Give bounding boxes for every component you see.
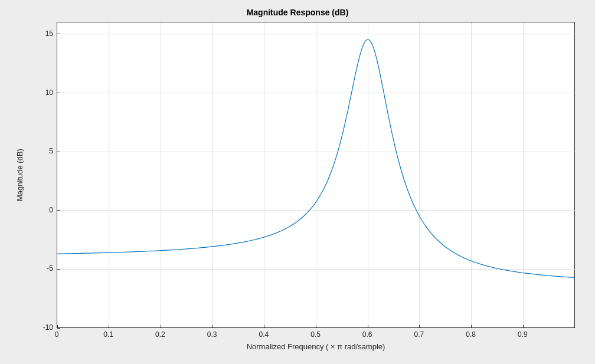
y-tick-label: -5 bbox=[38, 264, 53, 273]
x-tick-label: 0.3 bbox=[207, 330, 217, 339]
plot-svg bbox=[57, 22, 576, 329]
x-tick-label: 0 bbox=[55, 330, 59, 339]
x-tick-label: 0.4 bbox=[259, 330, 269, 339]
y-axis-label: Magnitude (dB) bbox=[15, 22, 24, 328]
y-tick-label: -10 bbox=[38, 323, 53, 332]
x-tick-label: 0.2 bbox=[155, 330, 165, 339]
x-tick-label: 0.9 bbox=[518, 330, 528, 339]
x-axis-label: Normalized Frequency ( × π rad/sample) bbox=[57, 342, 575, 351]
chart-title: Magnitude Response (dB) bbox=[0, 8, 595, 17]
x-tick-label: 0.7 bbox=[414, 330, 424, 339]
axes-area bbox=[57, 22, 575, 328]
y-tick-label: 5 bbox=[38, 147, 53, 155]
x-tick-label: 0.6 bbox=[362, 330, 372, 339]
figure-window: Magnitude Response (dB) Normalized Frequ… bbox=[0, 0, 595, 364]
x-tick-label: 0.5 bbox=[310, 330, 321, 339]
x-tick-label: 0.1 bbox=[103, 330, 113, 339]
y-tick-label: 10 bbox=[38, 88, 53, 97]
y-tick-label: 15 bbox=[38, 29, 53, 38]
y-tick-label: 0 bbox=[38, 206, 53, 214]
x-tick-label: 0.8 bbox=[466, 330, 476, 339]
